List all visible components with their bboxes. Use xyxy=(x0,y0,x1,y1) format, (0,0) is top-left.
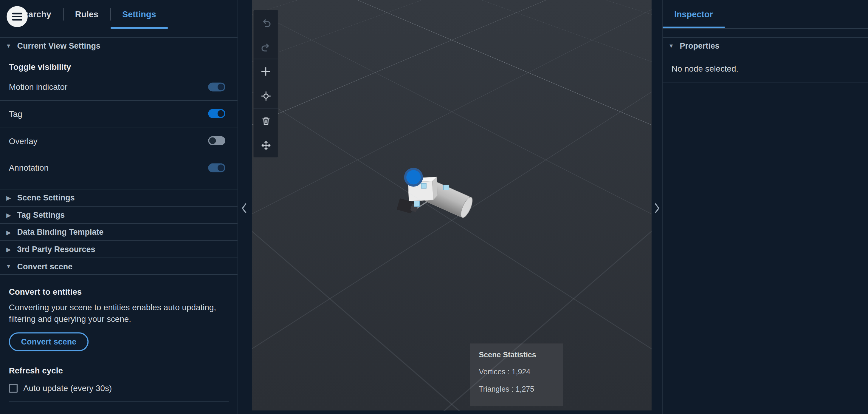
placement-target-icon xyxy=(260,91,271,101)
tab-rules[interactable]: Rules xyxy=(63,0,110,29)
toggle-row-overlay: Overlay xyxy=(0,127,238,154)
toggle-row-tag: Tag xyxy=(0,100,238,127)
auto-update-label: Auto update (every 30s) xyxy=(23,383,112,393)
chevron-right-icon: ▶ xyxy=(5,246,12,252)
toggle-label: Annotation xyxy=(9,163,49,172)
collapse-left-panel-button[interactable] xyxy=(239,201,249,215)
annotation-toggle[interactable] xyxy=(208,163,225,172)
tab-inspector[interactable]: Inspector xyxy=(662,0,724,28)
section-title: Tag Settings xyxy=(17,211,65,219)
viewport-toolbar xyxy=(254,10,278,157)
inspector-panel: Inspector ▼ Properties No node selected. xyxy=(662,0,868,414)
ground-grid xyxy=(252,0,652,140)
hamburger-icon xyxy=(12,16,22,17)
toggle-visibility-heading: Toggle visibility xyxy=(9,62,228,71)
divider xyxy=(9,401,228,402)
add-object-button[interactable] xyxy=(254,59,278,84)
divider xyxy=(662,83,868,83)
section-properties[interactable]: ▼ Properties xyxy=(662,37,868,54)
undo-icon xyxy=(260,17,271,27)
redo-button[interactable] xyxy=(254,34,278,59)
tab-inspector-label: Inspector xyxy=(674,9,713,19)
tag-marker[interactable] xyxy=(405,169,422,185)
auto-update-checkbox-row[interactable]: Auto update (every 30s) xyxy=(9,383,228,393)
overlay-toggle[interactable] xyxy=(208,136,225,145)
model-fitting xyxy=(421,183,426,188)
auto-update-checkbox[interactable] xyxy=(9,384,18,392)
convert-scene-body: Convert to entities Converting your scen… xyxy=(0,287,238,402)
move-gizmo-button[interactable] xyxy=(254,133,278,157)
section-title: Convert scene xyxy=(17,262,73,271)
toggle-row-motion-indicator: Motion indicator xyxy=(0,74,238,100)
scene-composer-app: Hierarchy Rules Settings ▼ Current View … xyxy=(0,0,868,414)
toggle-label: Overlay xyxy=(9,136,37,146)
redo-icon xyxy=(260,41,271,52)
section-3rd-party-resources[interactable]: ▶ 3rd Party Resources xyxy=(0,240,238,258)
delete-icon xyxy=(260,115,271,126)
move-gizmo-icon xyxy=(260,140,271,150)
chevron-down-icon: ▼ xyxy=(5,263,12,269)
scene-statistics-title: Scene Statistics xyxy=(479,351,554,359)
vertices-count: Vertices : 1,924 xyxy=(479,368,554,376)
chevron-right-icon: ▶ xyxy=(5,212,12,218)
chevron-right-icon xyxy=(654,203,660,214)
toggle-row-annotation: Annotation xyxy=(0,154,238,181)
tag-toggle[interactable] xyxy=(208,109,225,118)
add-object-icon xyxy=(260,66,271,77)
chevron-right-icon: ▶ xyxy=(5,229,12,235)
collapse-right-panel-button[interactable] xyxy=(652,201,662,215)
viewport-3d-canvas[interactable]: Scene Statistics Vertices : 1,924 Triang… xyxy=(252,0,652,410)
toggle-label: Tag xyxy=(9,109,22,118)
motion-indicator-toggle[interactable] xyxy=(208,82,225,91)
tab-rules-label: Rules xyxy=(75,9,98,20)
convert-to-entities-heading: Convert to entities xyxy=(9,287,228,296)
tab-settings[interactable]: Settings xyxy=(111,0,168,29)
section-title: 3rd Party Resources xyxy=(17,245,95,254)
left-panel-tab-bar: Hierarchy Rules Settings xyxy=(0,0,238,29)
chevron-left-icon xyxy=(241,203,247,214)
chevron-down-icon: ▼ xyxy=(668,43,675,49)
section-tag-settings[interactable]: ▶ Tag Settings xyxy=(0,206,238,224)
scene-statistics-panel: Scene Statistics Vertices : 1,924 Triang… xyxy=(470,343,563,406)
toggle-label: Motion indicator xyxy=(9,82,68,92)
section-title: Properties xyxy=(680,41,719,50)
refresh-cycle-heading: Refresh cycle xyxy=(9,366,228,375)
section-title: Scene Settings xyxy=(17,193,75,202)
section-convert-scene[interactable]: ▼ Convert scene xyxy=(0,258,238,275)
no-node-selected-message: No node selected. xyxy=(662,54,868,83)
triangles-count: Triangles : 1,275 xyxy=(479,385,554,393)
model-fitting xyxy=(443,185,449,190)
chevron-down-icon: ▼ xyxy=(5,43,12,49)
inspector-tab-bar: Inspector xyxy=(662,0,868,29)
section-current-view-settings[interactable]: ▼ Current View Settings xyxy=(0,37,238,54)
undo-button[interactable] xyxy=(254,10,278,34)
chevron-right-icon: ▶ xyxy=(5,195,12,201)
delete-button[interactable] xyxy=(254,109,278,133)
left-panel: Hierarchy Rules Settings ▼ Current View … xyxy=(0,0,238,414)
convert-scene-button[interactable]: Convert scene xyxy=(9,332,89,351)
model-fitting xyxy=(414,201,420,207)
section-scene-settings[interactable]: ▶ Scene Settings xyxy=(0,189,238,206)
convert-scene-description: Converting your scene to entities enable… xyxy=(9,301,228,325)
section-title: Current View Settings xyxy=(17,41,100,50)
section-title: Data Binding Template xyxy=(17,228,104,237)
tab-settings-label: Settings xyxy=(122,9,156,20)
section-data-binding-template[interactable]: ▶ Data Binding Template xyxy=(0,223,238,240)
menu-button[interactable] xyxy=(6,6,28,27)
placement-target-button[interactable] xyxy=(254,84,278,108)
3d-model-mixer[interactable] xyxy=(390,161,485,230)
